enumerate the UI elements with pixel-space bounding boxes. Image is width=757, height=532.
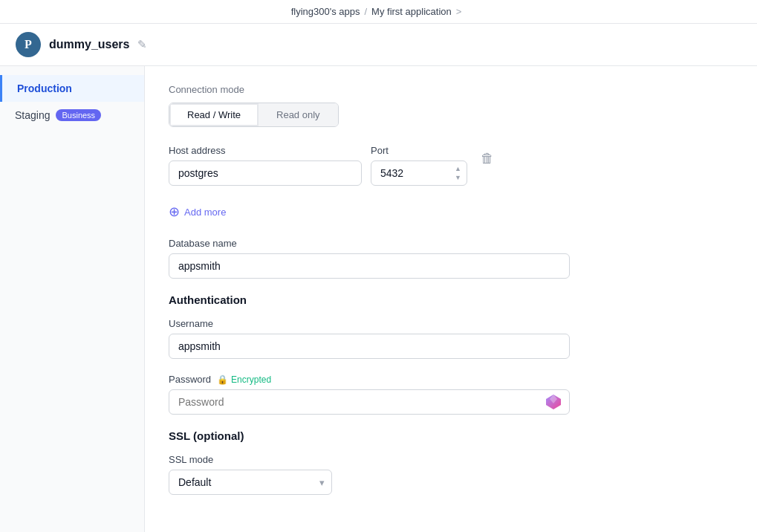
lock-icon: 🔒 [217, 374, 228, 385]
port-label: Port [371, 145, 467, 156]
password-wrapper [169, 389, 570, 415]
sidebar-staging-row: Staging Business [0, 102, 144, 129]
host-port-group: Host address Port ▲ ▼ 🗑 [169, 145, 733, 186]
svg-text:P: P [25, 38, 32, 51]
port-wrapper-outer: Port ▲ ▼ [371, 145, 467, 186]
postgres-icon: P [15, 31, 42, 58]
breadcrumb-app[interactable]: My first application [371, 6, 452, 17]
encrypted-label: Encrypted [231, 374, 271, 385]
database-name-group: Database name [169, 238, 733, 279]
breadcrumb-apps[interactable]: flying300's apps [291, 6, 360, 17]
read-only-btn[interactable]: Read only [259, 103, 338, 126]
port-down-btn[interactable]: ▼ [453, 174, 463, 182]
read-write-btn[interactable]: Read / Write [169, 103, 259, 126]
database-name-input[interactable] [169, 253, 570, 279]
ssl-select-wrapper: Default Disable Allow Prefer Require Ver… [169, 470, 332, 495]
content-area: Connection mode Read / Write Read only H… [145, 66, 757, 532]
sidebar: Production Staging Business [0, 66, 145, 532]
encrypted-badge: 🔒 Encrypted [217, 374, 271, 385]
connection-mode-group: Connection mode Read / Write Read only [169, 84, 733, 127]
connection-mode-toggle: Read / Write Read only [169, 103, 339, 127]
host-address-wrapper: Host address [169, 145, 362, 186]
host-address-input[interactable] [169, 160, 362, 186]
port-up-btn[interactable]: ▲ [453, 165, 463, 173]
sidebar-item-production[interactable]: Production [0, 75, 144, 102]
add-more-label: Add more [184, 207, 226, 218]
add-more-icon: ⊕ [169, 205, 180, 218]
port-wrapper: ▲ ▼ [371, 160, 467, 186]
username-label: Username [169, 318, 733, 329]
username-group: Username [169, 318, 733, 359]
password-group: Password 🔒 Encrypted [169, 374, 733, 415]
add-more-btn[interactable]: ⊕ Add more [169, 201, 226, 223]
password-input[interactable] [169, 389, 570, 415]
ssl-mode-select[interactable]: Default Disable Allow Prefer Require Ver… [169, 470, 332, 495]
breadcrumb-sep2: > [456, 6, 462, 17]
ssl-title: SSL (optional) [169, 429, 733, 442]
password-label-row: Password 🔒 Encrypted [169, 374, 733, 385]
host-address-label: Host address [169, 145, 362, 156]
breadcrumb: flying300's apps / My first application … [0, 0, 757, 24]
password-label: Password [169, 374, 211, 385]
database-name-label: Database name [169, 238, 733, 249]
breadcrumb-sep1: / [364, 6, 367, 17]
header: P dummy_users ✎ [0, 24, 757, 66]
db-name-label: dummy_users [49, 38, 130, 51]
ssl-section: SSL (optional) SSL mode Default Disable … [169, 429, 733, 495]
host-port-row: Host address Port ▲ ▼ 🗑 [169, 145, 733, 186]
sidebar-item-staging[interactable]: Staging [15, 109, 50, 121]
username-input[interactable] [169, 334, 570, 359]
business-badge: Business [56, 109, 101, 121]
authentication-section: Authentication Username Password 🔒 Encry… [169, 293, 733, 415]
ssl-mode-label: SSL mode [169, 454, 733, 465]
connection-mode-label: Connection mode [169, 84, 733, 95]
authentication-title: Authentication [169, 293, 733, 306]
main-layout: Production Staging Business Connection m… [0, 66, 757, 532]
delete-host-btn[interactable]: 🗑 [476, 146, 498, 171]
edit-icon[interactable]: ✎ [137, 38, 147, 51]
port-spinners: ▲ ▼ [453, 165, 463, 182]
password-gem-icon [545, 393, 562, 411]
